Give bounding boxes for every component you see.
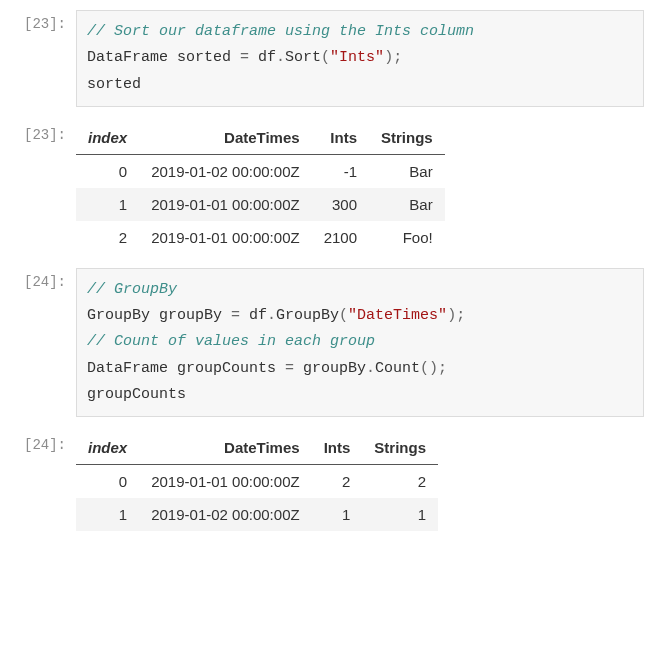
- cell-value: -1: [312, 154, 369, 188]
- cell-value: 2019-01-01 00:00:00Z: [139, 221, 311, 254]
- cell-code-23: [23]: // Sort our dataframe using the In…: [12, 10, 644, 107]
- prompt-label: [24]:: [12, 268, 76, 417]
- column-header: Ints: [312, 121, 369, 155]
- cell-value: 2019-01-01 00:00:00Z: [139, 188, 311, 221]
- cell-body: index DateTimes Ints Strings 0 2019-01-0…: [76, 121, 644, 254]
- cell-index: 0: [76, 154, 139, 188]
- cell-index: 1: [76, 498, 139, 531]
- cell-code-24: [24]: // GroupBy GroupBy groupBy = df.Gr…: [12, 268, 644, 417]
- code-block[interactable]: // Sort our dataframe using the Ints col…: [76, 10, 644, 107]
- cell-value: Bar: [369, 154, 445, 188]
- column-header-index: index: [76, 121, 139, 155]
- column-header: DateTimes: [139, 121, 311, 155]
- cell-index: 0: [76, 465, 139, 499]
- table-header-row: index DateTimes Ints Strings: [76, 121, 445, 155]
- cell-value: 1: [312, 498, 363, 531]
- cell-value: Foo!: [369, 221, 445, 254]
- cell-value: 2: [312, 465, 363, 499]
- prompt-label: [23]:: [12, 10, 76, 107]
- cell-index: 1: [76, 188, 139, 221]
- cell-output-23: [23]: index DateTimes Ints Strings 0 201…: [12, 121, 644, 254]
- column-header: DateTimes: [139, 431, 311, 465]
- prompt-label: [23]:: [12, 121, 76, 254]
- table-header-row: index DateTimes Ints Strings: [76, 431, 438, 465]
- table-row: 2 2019-01-01 00:00:00Z 2100 Foo!: [76, 221, 445, 254]
- cell-index: 2: [76, 221, 139, 254]
- cell-value: 2100: [312, 221, 369, 254]
- cell-value: Bar: [369, 188, 445, 221]
- cell-body: // GroupBy GroupBy groupBy = df.GroupBy(…: [76, 268, 644, 417]
- cell-value: 2019-01-02 00:00:00Z: [139, 498, 311, 531]
- dataframe-table: index DateTimes Ints Strings 0 2019-01-0…: [76, 431, 438, 531]
- cell-body: // Sort our dataframe using the Ints col…: [76, 10, 644, 107]
- column-header: Strings: [369, 121, 445, 155]
- cell-value: 2: [362, 465, 438, 499]
- table-row: 0 2019-01-02 00:00:00Z -1 Bar: [76, 154, 445, 188]
- cell-output-24: [24]: index DateTimes Ints Strings 0 201…: [12, 431, 644, 531]
- table-row: 0 2019-01-01 00:00:00Z 2 2: [76, 465, 438, 499]
- column-header: Ints: [312, 431, 363, 465]
- cell-value: 1: [362, 498, 438, 531]
- column-header-index: index: [76, 431, 139, 465]
- table-row: 1 2019-01-02 00:00:00Z 1 1: [76, 498, 438, 531]
- code-block[interactable]: // GroupBy GroupBy groupBy = df.GroupBy(…: [76, 268, 644, 417]
- dataframe-table: index DateTimes Ints Strings 0 2019-01-0…: [76, 121, 445, 254]
- table-row: 1 2019-01-01 00:00:00Z 300 Bar: [76, 188, 445, 221]
- cell-body: index DateTimes Ints Strings 0 2019-01-0…: [76, 431, 644, 531]
- cell-value: 2019-01-01 00:00:00Z: [139, 465, 311, 499]
- column-header: Strings: [362, 431, 438, 465]
- cell-value: 300: [312, 188, 369, 221]
- cell-value: 2019-01-02 00:00:00Z: [139, 154, 311, 188]
- prompt-label: [24]:: [12, 431, 76, 531]
